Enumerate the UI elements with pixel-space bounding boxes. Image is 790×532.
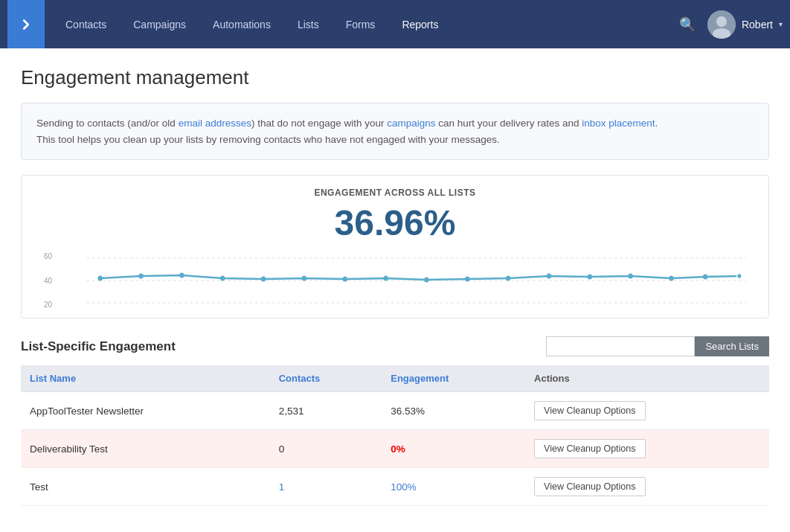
svg-point-21 (703, 275, 707, 280)
search-button[interactable]: Search Lists (695, 336, 769, 356)
cell-actions: View Cleanup Options (525, 392, 769, 430)
svg-point-22 (737, 274, 742, 279)
cell-contacts: 0 (270, 430, 382, 468)
info-link-campaigns[interactable]: campaigns (387, 118, 435, 129)
svg-point-19 (628, 274, 632, 279)
cleanup-button[interactable]: View Cleanup Options (534, 439, 645, 458)
search-area: Search Lists (546, 336, 769, 356)
nav-lists[interactable]: Lists (284, 0, 333, 48)
col-contacts: Contacts (270, 365, 382, 392)
avatar (707, 10, 736, 39)
cell-engagement: 100% (382, 468, 525, 506)
avatar-image (707, 10, 736, 39)
navbar: Contacts Campaigns Automations Lists For… (0, 0, 790, 48)
svg-point-16 (506, 276, 510, 281)
y-label-40: 40 (44, 277, 52, 285)
info-link-email[interactable]: email addresses (179, 118, 251, 129)
chart-area: 60 40 20 (44, 251, 746, 310)
nav-reports[interactable]: Reports (388, 0, 452, 48)
nav-contacts[interactable]: Contacts (52, 0, 120, 48)
nav-forms[interactable]: Forms (333, 0, 389, 48)
cell-engagement: 0% (382, 430, 525, 468)
user-menu[interactable]: Robert ▾ (707, 10, 783, 39)
nav-right: 🔍 Robert ▾ (679, 10, 783, 39)
section-header: List-Specific Engagement Search Lists (21, 336, 769, 356)
user-name: Robert (742, 19, 773, 31)
cell-actions: View Cleanup Options (525, 430, 769, 468)
info-box: Sending to contacts (and/or old email ad… (21, 103, 769, 160)
svg-point-15 (465, 277, 469, 282)
nav-automations[interactable]: Automations (199, 0, 284, 48)
svg-point-14 (424, 278, 428, 283)
svg-point-12 (343, 277, 347, 282)
logo-button[interactable] (7, 0, 45, 48)
svg-point-6 (98, 276, 103, 281)
svg-point-13 (383, 276, 388, 281)
svg-point-20 (669, 276, 673, 281)
y-label-60: 60 (44, 252, 52, 260)
chart-title: ENGAGEMENT ACROSS ALL LISTS (36, 188, 754, 198)
cell-engagement: 36.53% (382, 392, 525, 430)
nav-campaigns[interactable]: Campaigns (120, 0, 199, 48)
chart-svg (44, 251, 746, 310)
cell-actions: View Cleanup Options (525, 468, 769, 506)
table-row: Test 1 100% View Cleanup Options (21, 468, 769, 506)
info-text-1: Sending to contacts (and/or old email ad… (36, 118, 658, 129)
svg-point-8 (179, 273, 184, 278)
chart-percent: 36.96% (36, 202, 754, 243)
info-text-2: This tool helps you clean up your lists … (36, 134, 500, 145)
list-table: List Name Contacts Engagement Actions Ap… (21, 365, 769, 506)
table-header-row: List Name Contacts Engagement Actions (21, 365, 769, 392)
page-content: Engagement management Sending to contact… (0, 48, 790, 532)
cell-list-name: Deliverability Test (21, 430, 270, 468)
cleanup-button[interactable]: View Cleanup Options (534, 477, 645, 496)
svg-point-10 (261, 277, 266, 282)
section-title: List-Specific Engagement (21, 339, 176, 354)
chart-box: ENGAGEMENT ACROSS ALL LISTS 36.96% 60 40… (21, 175, 769, 318)
svg-point-11 (302, 276, 306, 281)
svg-point-17 (547, 274, 551, 279)
y-label-20: 20 (44, 301, 52, 309)
info-link-inbox[interactable]: inbox placement (582, 118, 655, 129)
svg-point-1 (716, 16, 727, 27)
search-icon[interactable]: 🔍 (679, 16, 696, 33)
nav-links: Contacts Campaigns Automations Lists For… (52, 0, 679, 48)
col-list-name: List Name (21, 365, 270, 392)
search-input[interactable] (546, 336, 695, 356)
svg-point-9 (220, 276, 225, 281)
cell-contacts: 2,531 (270, 392, 382, 430)
svg-point-7 (138, 274, 143, 279)
cleanup-button[interactable]: View Cleanup Options (534, 401, 645, 420)
cell-list-name: Test (21, 468, 270, 506)
svg-point-18 (588, 275, 592, 280)
cell-contacts: 1 (270, 468, 382, 506)
table-row: Deliverability Test 0 0% View Cleanup Op… (21, 430, 769, 468)
y-labels: 60 40 20 (44, 251, 52, 310)
user-dropdown-icon: ▾ (779, 20, 783, 28)
page-title: Engagement management (21, 66, 769, 89)
col-engagement: Engagement (382, 365, 525, 392)
table-row: AppToolTester Newsletter 2,531 36.53% Vi… (21, 392, 769, 430)
col-actions: Actions (525, 365, 769, 392)
cell-list-name: AppToolTester Newsletter (21, 392, 270, 430)
